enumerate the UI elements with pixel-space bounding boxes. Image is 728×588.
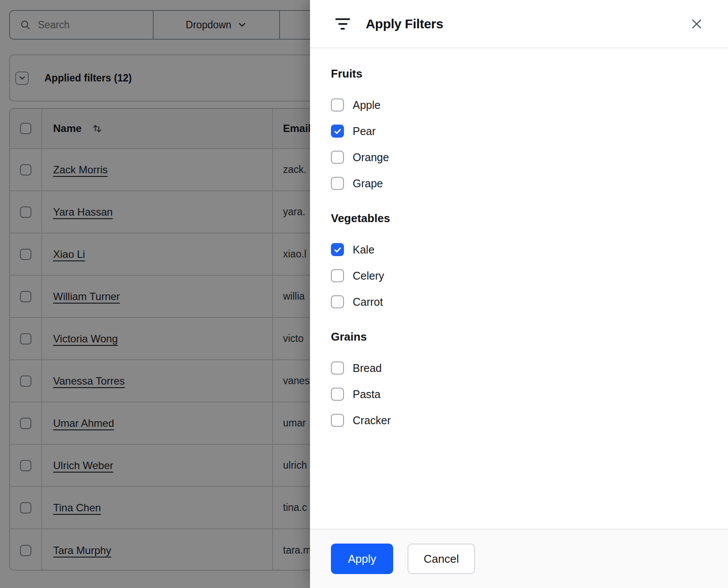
filter-checkbox[interactable]: [331, 414, 344, 427]
filter-option[interactable]: Pasta: [331, 381, 707, 407]
filter-option-label: Celery: [353, 270, 384, 282]
checkmark-icon: [334, 127, 342, 135]
cancel-button[interactable]: Cancel: [408, 544, 475, 574]
drawer-title: Apply Filters: [366, 17, 443, 31]
apply-button[interactable]: Apply: [331, 544, 393, 574]
filter-option-label: Apple: [353, 99, 381, 112]
filter-option[interactable]: Kale: [331, 237, 707, 263]
filter-checkbox[interactable]: [331, 98, 344, 112]
filter-option[interactable]: Carrot: [331, 289, 707, 315]
filter-checkbox[interactable]: [331, 177, 344, 190]
drawer-body: Fruits Apple Pear Orange: [310, 48, 728, 433]
filter-checkbox[interactable]: [331, 125, 344, 138]
filter-option[interactable]: Pear: [331, 118, 707, 144]
filter-section: Fruits Apple Pear Orange: [331, 67, 707, 196]
close-icon: [690, 17, 703, 30]
filter-checkbox[interactable]: [331, 151, 344, 164]
checkmark-icon: [334, 246, 342, 254]
filter-section: Grains Bread Pasta Cracker: [331, 330, 707, 433]
filter-section-title: Fruits: [331, 67, 707, 81]
filter-checkbox[interactable]: [331, 269, 344, 282]
filter-option-label: Carrot: [353, 296, 383, 308]
filter-checkbox[interactable]: [331, 388, 344, 401]
filter-checkbox[interactable]: [331, 295, 344, 308]
filter-icon: [335, 18, 351, 30]
filter-option-label: Grape: [353, 177, 383, 190]
drawer-footer: Apply Cancel: [310, 529, 728, 588]
filter-option-label: Bread: [353, 362, 382, 375]
filter-checkbox[interactable]: [331, 362, 344, 375]
filter-option[interactable]: Bread: [331, 355, 707, 381]
filter-option[interactable]: Grape: [331, 170, 707, 196]
filter-option-label: Cracker: [353, 414, 391, 427]
drawer-header: Apply Filters: [310, 0, 728, 48]
filter-option-label: Pear: [353, 125, 376, 138]
filter-section-title: Grains: [331, 330, 707, 344]
screen: Dropdown Applied filters (12) N: [0, 0, 728, 588]
filter-option-label: Pasta: [353, 388, 381, 401]
filter-section: Vegetables Kale Celery Carrot: [331, 211, 707, 315]
filter-option[interactable]: Apple: [331, 92, 707, 118]
apply-filters-drawer: Apply Filters Fruits Apple Pear: [310, 0, 728, 588]
filter-section-title: Vegetables: [331, 211, 707, 225]
filter-option[interactable]: Celery: [331, 263, 707, 289]
close-button[interactable]: [689, 17, 704, 31]
filter-checkbox[interactable]: [331, 243, 344, 256]
filter-option-label: Orange: [353, 151, 389, 164]
filter-option[interactable]: Orange: [331, 144, 707, 170]
filter-option-label: Kale: [353, 243, 374, 256]
filter-option[interactable]: Cracker: [331, 407, 707, 433]
